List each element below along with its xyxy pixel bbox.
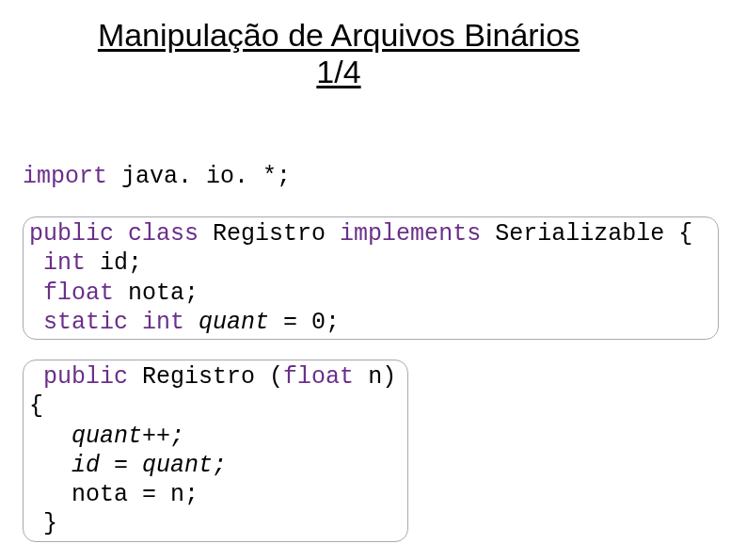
interface-name: Serializable bbox=[495, 220, 664, 248]
code-block-constructor: public Registro (float n) { quant++; id … bbox=[23, 360, 408, 542]
quant-init: = 0; bbox=[269, 309, 340, 336]
import-package: java. io. *; bbox=[107, 163, 291, 190]
keyword-import: import bbox=[23, 163, 107, 190]
code-box-1: public class Registro implements Seriali… bbox=[23, 216, 719, 340]
keyword-float: float bbox=[43, 280, 114, 307]
keyword-class: class bbox=[128, 220, 199, 248]
keyword-implements: implements bbox=[340, 220, 481, 248]
code-box-2: public Registro (float n) { quant++; id … bbox=[23, 360, 408, 542]
constructor-name: Registro bbox=[142, 363, 255, 391]
slide-title: Manipulação de Arquivos Binários 1/4 bbox=[85, 17, 593, 90]
brace-close: } bbox=[29, 509, 402, 538]
field-nota: float nota; bbox=[29, 279, 712, 308]
stmt-id-assign-text: id = quant; bbox=[72, 452, 227, 479]
field-nota-text: nota; bbox=[114, 280, 199, 307]
stmt-quant-inc-text: quant++; bbox=[72, 423, 184, 450]
keyword-int-2: int bbox=[142, 309, 184, 336]
stmt-id-assign: id = quant; bbox=[29, 451, 402, 480]
field-id-text: id; bbox=[86, 249, 142, 277]
field-id: int id; bbox=[29, 248, 712, 278]
stmt-quant-inc: quant++; bbox=[29, 422, 402, 451]
constructor-signature: public Registro (float n) { bbox=[29, 362, 402, 422]
keyword-static: static bbox=[43, 309, 128, 336]
code-import-line: import java. io. *; bbox=[23, 162, 291, 191]
class-name: Registro bbox=[213, 220, 326, 248]
keyword-int: int bbox=[43, 249, 86, 277]
stmt-nota-assign-text: nota = n; bbox=[72, 481, 199, 508]
brace-close-text: } bbox=[43, 510, 57, 537]
brace-open: { bbox=[678, 220, 692, 248]
code-block-class-decl: public class Registro implements Seriali… bbox=[23, 216, 719, 340]
keyword-public: public bbox=[29, 220, 114, 248]
keyword-public-2: public bbox=[43, 363, 128, 391]
var-quant: quant bbox=[199, 309, 269, 336]
field-quant: static int quant = 0; bbox=[29, 308, 712, 337]
stmt-nota-assign: nota = n; bbox=[29, 480, 402, 509]
keyword-float-2: float bbox=[283, 363, 354, 391]
class-signature: public class Registro implements Seriali… bbox=[29, 219, 712, 248]
paren-open: ( bbox=[269, 363, 283, 391]
